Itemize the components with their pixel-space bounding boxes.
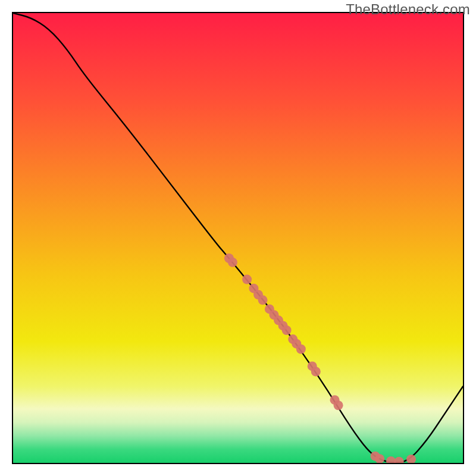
chart-canvas: TheBottleneck.com [0, 0, 476, 476]
foreground-layer [13, 13, 463, 463]
scatter-point [311, 367, 321, 377]
scatter-markers [224, 253, 416, 463]
scatter-point [282, 325, 292, 335]
scatter-point [386, 456, 396, 463]
bottleneck-curve [13, 13, 463, 462]
scatter-point [242, 275, 252, 284]
scatter-point [258, 295, 268, 305]
watermark-label: TheBottleneck.com [346, 1, 470, 18]
scatter-point [406, 455, 416, 463]
scatter-point [228, 258, 237, 267]
plot-area [12, 12, 464, 464]
scatter-point [334, 400, 343, 410]
scatter-point [296, 345, 306, 354]
scatter-point [394, 457, 404, 463]
